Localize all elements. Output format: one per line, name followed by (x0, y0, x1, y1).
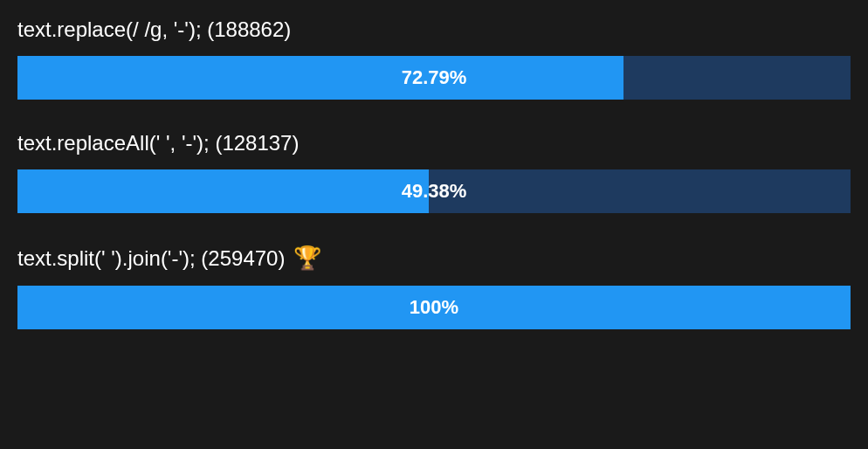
progress-bar: 49.38% (17, 169, 851, 213)
trophy-icon: 🏆 (293, 245, 321, 272)
benchmark-code-text: text.replaceAll(' ', '-'); (128137) (17, 131, 299, 155)
benchmark-results: text.replace(/ /g, '-'); (188862) 72.79%… (17, 17, 851, 329)
benchmark-label: text.replace(/ /g, '-'); (188862) (17, 17, 851, 42)
benchmark-label: text.split(' ').join('-'); (259470) 🏆 (17, 245, 851, 272)
benchmark-item: text.split(' ').join('-'); (259470) 🏆 10… (17, 245, 851, 329)
progress-percent: 100% (17, 296, 851, 319)
benchmark-code-text: text.split(' ').join('-'); (259470) (17, 246, 285, 271)
progress-bar: 100% (17, 286, 851, 329)
benchmark-item: text.replaceAll(' ', '-'); (128137) 49.3… (17, 131, 851, 213)
progress-percent: 72.79% (17, 66, 851, 89)
progress-percent: 49.38% (17, 180, 851, 203)
progress-bar: 72.79% (17, 56, 851, 100)
benchmark-label: text.replaceAll(' ', '-'); (128137) (17, 131, 851, 155)
benchmark-item: text.replace(/ /g, '-'); (188862) 72.79% (17, 17, 851, 100)
benchmark-code-text: text.replace(/ /g, '-'); (188862) (17, 17, 291, 42)
